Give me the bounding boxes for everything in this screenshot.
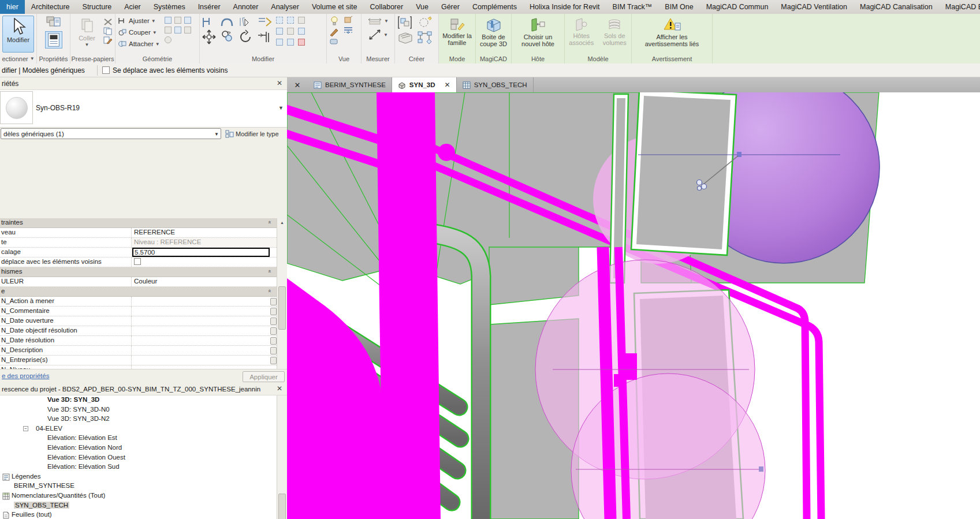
tree-item-label[interactable]: Légendes — [12, 473, 41, 480]
hotes-associes-button[interactable]: Hôtes associés — [567, 16, 596, 53]
tree-expander-icon[interactable]: − — [23, 426, 28, 431]
type-selector[interactable]: Syn-OBS-R19 ▼ — [0, 90, 287, 128]
magenta-vertical-duct[interactable] — [377, 92, 441, 519]
array-icon[interactable] — [276, 28, 283, 35]
tree-item-label[interactable]: BERIM_SYNTHESE — [14, 482, 74, 489]
browser-scroll-thumb[interactable] — [278, 494, 286, 519]
override-graphics-icon[interactable] — [343, 26, 353, 34]
create-assembly-icon[interactable] — [397, 31, 413, 44]
panel-label-avertissement[interactable]: Avertissement — [632, 54, 712, 64]
collapse-section-icon[interactable]: « — [266, 221, 272, 223]
tree-item-label[interactable]: Elévation: Elévation Nord — [47, 444, 122, 451]
property-value[interactable]: Niveau : REFERENCE — [132, 238, 277, 247]
menu-tab-volume-et-site[interactable]: Volume et site — [305, 0, 364, 14]
measure-between-refs-button[interactable]: ▼ — [368, 29, 388, 40]
panel-label-creer[interactable]: Créer — [395, 54, 438, 64]
menu-tab-compl-ments[interactable]: Compléments — [466, 0, 523, 14]
boite-de-coupe-3d-button[interactable]: Boite de coupe 3D — [478, 16, 509, 53]
hide-element-icon[interactable] — [329, 38, 340, 46]
tree-item-l-gendes[interactable]: Légendes — [0, 472, 277, 482]
afficher-avertissements-button[interactable]: Afficher les avertissements liés — [634, 16, 710, 53]
tree-item-syn-obs-tech[interactable]: SYN_OBS_TECH — [0, 501, 277, 511]
close-icon[interactable]: ✕ — [275, 384, 284, 393]
rotate-icon[interactable] — [238, 29, 253, 44]
reveal-hidden-bulb-icon[interactable] — [329, 16, 340, 26]
panel-label-modele[interactable]: Modèle — [565, 54, 631, 64]
view-tab-syn_3d[interactable]: SYN_3D✕ — [392, 77, 457, 92]
property-value[interactable] — [132, 356, 277, 365]
modifier-la-famille-button[interactable]: Modifier la famille — [441, 16, 473, 53]
choisir-nouvel-hote-button[interactable]: Choisir un nouvel hôte — [516, 16, 561, 53]
edit-type-button[interactable]: Modifier le type — [225, 128, 286, 139]
associate-parameter-button[interactable] — [270, 357, 277, 364]
mirror-icon[interactable] — [287, 17, 294, 24]
copy-icon[interactable] — [103, 27, 113, 35]
demolish-icon[interactable] — [165, 36, 172, 43]
collapse-section-icon[interactable]: « — [266, 270, 272, 272]
menu-tab-holixa-inside-for-revit[interactable]: Holixa Inside for Revit — [523, 0, 606, 14]
tree-item-04-elev[interactable]: −04-ELEV — [0, 424, 277, 434]
tree-item-vue-3d-syn-3d[interactable]: Vue 3D: SYN_3D — [0, 395, 277, 405]
tree-item-label[interactable]: SYN_OBS_TECH — [14, 502, 69, 509]
cut-icon[interactable] — [103, 18, 113, 26]
property-section-5[interactable]: hismes« — [0, 267, 277, 277]
match-type-brush-icon[interactable] — [103, 36, 113, 44]
panel-label-presse-papiers[interactable]: Presse-papiers — [70, 54, 115, 64]
moves-with-nearby-checkbox[interactable] — [102, 66, 110, 74]
tree-item-nomenclatures-quantit-s-tout-[interactable]: Nomenclatures/Quantités (Tout) — [0, 491, 277, 501]
magenta-valve[interactable] — [438, 144, 455, 161]
property-value[interactable] — [132, 316, 277, 326]
wall-join-icon[interactable] — [184, 17, 191, 24]
coping-icon[interactable] — [202, 17, 215, 28]
properties-palette-icon[interactable] — [45, 31, 62, 48]
properties-title-bar[interactable]: riétés ✕ — [0, 77, 287, 90]
menu-tab-g-rer[interactable]: Gérer — [435, 0, 466, 14]
tree-item-el-vation-el-vation-ouest[interactable]: Elévation: Elévation Ouest — [0, 453, 277, 463]
split-element-icon[interactable] — [238, 17, 252, 28]
linework-brush-icon[interactable] — [329, 27, 340, 36]
beam-join-icon[interactable] — [174, 17, 181, 24]
view-tab-syn_obs_tech[interactable]: SYN_OBS_TECH — [457, 77, 534, 92]
couper-button[interactable]: Couper▼ — [118, 27, 160, 38]
tree-item-label[interactable]: Vue 3D: SYN_3D-N2 — [47, 415, 110, 422]
create-parts-icon[interactable] — [417, 31, 433, 44]
create-similar-icon[interactable] — [417, 16, 433, 29]
tree-item-label[interactable]: Elévation: Elévation Est — [47, 434, 117, 441]
offset-copy-icon[interactable] — [276, 17, 283, 24]
align-icon[interactable] — [257, 29, 272, 43]
offset-icon[interactable] — [165, 27, 172, 33]
drawing-area-3d-view[interactable] — [287, 92, 980, 519]
menu-tab-vue[interactable]: Vue — [409, 0, 435, 14]
browser-scrollbar[interactable] — [277, 395, 287, 519]
property-value[interactable] — [132, 297, 277, 306]
property-checkbox[interactable] — [134, 258, 141, 265]
associate-parameter-button[interactable] — [270, 327, 277, 335]
scroll-up-icon[interactable]: ▲ — [278, 219, 286, 226]
coller-button[interactable]: Coller ▼ — [73, 16, 101, 53]
panel-label-selectionner[interactable]: ectionner▼ — [0, 54, 36, 64]
menu-tab-magicad-commun[interactable]: MagiCAD Commun — [700, 0, 775, 14]
property-section-0[interactable]: traintes« — [0, 218, 277, 228]
paint-icon[interactable] — [184, 27, 191, 33]
property-value[interactable] — [132, 307, 277, 316]
property-value[interactable]: REFERENCE — [132, 228, 277, 237]
tree-item-label[interactable]: Vue 3D: SYN_3D — [47, 396, 99, 403]
property-value-input[interactable]: 5.5700 — [132, 248, 270, 257]
property-section-7[interactable]: e« — [0, 287, 277, 297]
panel-big-top[interactable] — [631, 92, 736, 255]
cut-geometry-icon[interactable] — [220, 17, 234, 28]
family-types-icon[interactable] — [46, 16, 61, 29]
menu-tab-magicad-lectricit-[interactable]: MagiCAD Électricité — [939, 0, 980, 14]
split-face-icon[interactable] — [174, 27, 181, 33]
sols-de-volumes-button[interactable]: Sols de volumes — [601, 16, 629, 53]
tree-item-berim-synthese[interactable]: BERIM_SYNTHESE — [0, 481, 277, 491]
tree-item-label[interactable]: Vue 3D: SYN_3D-N0 — [47, 406, 110, 413]
modifier-tool-button[interactable]: Modifier — [2, 16, 34, 53]
ajuster-button[interactable]: Ajuster▼ — [118, 16, 160, 26]
tree-item-vue-3d-syn-3d-n2[interactable]: Vue 3D: SYN_3D-N2 — [0, 415, 277, 424]
tree-item-label[interactable]: Feuilles (tout) — [12, 511, 52, 518]
create-group-icon[interactable] — [397, 16, 412, 29]
attacher-button[interactable]: Attacher▼ — [118, 39, 160, 49]
menu-tab-ins-rer[interactable]: Insérer — [192, 0, 227, 14]
close-icon[interactable]: ✕ — [275, 79, 284, 87]
